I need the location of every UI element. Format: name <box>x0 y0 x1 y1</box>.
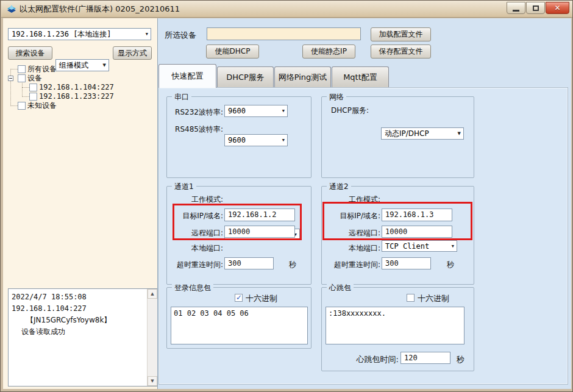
display-mode-label: 显示方式 <box>118 48 147 59</box>
enable-dhcp-button[interactable]: 使能DHCP <box>206 45 259 59</box>
tree-checkbox-all-devices[interactable] <box>18 65 26 73</box>
heartbeat-time-input[interactable]: 120 <box>400 352 450 364</box>
tree-item-unknown-devices[interactable]: 未知设备 <box>27 101 57 110</box>
minimize-icon <box>513 10 519 12</box>
ch1-timeout-input[interactable]: 300 <box>224 257 274 269</box>
tree-connector <box>10 69 11 106</box>
log-text: 2022/4/7 18:55:08 192.168.1.104:227 【JN1… <box>12 291 145 338</box>
serial-group-title: 串口 <box>172 92 191 102</box>
chevron-down-icon: ▼ <box>282 135 285 146</box>
rs232-baud-select[interactable]: 9600 ▼ <box>224 105 288 117</box>
tree-checkbox-device-1[interactable] <box>29 84 37 91</box>
log-line: 【JN15GRCyfsYoyw8k】 <box>12 315 145 326</box>
ch2-timeout-input[interactable]: 300 <box>382 257 431 269</box>
selected-device-input[interactable] <box>207 27 361 40</box>
login-packet-textarea[interactable]: 01 02 03 04 05 06 <box>171 307 308 344</box>
minimize-button[interactable] <box>507 2 525 14</box>
rs485-baud-label: RS485波特率: <box>171 124 223 135</box>
ch1-local-port-label: 本地端口: <box>168 243 223 254</box>
right-panel: 所选设备 加载配置文件 使能DHCP 使能静态IP 保存配置文件 快速配置 DH… <box>157 18 571 389</box>
window-title: 以太网配置软件(广播版本) 0205_20210611 <box>20 1 180 18</box>
ch1-timeout-unit: 秒 <box>289 260 296 270</box>
dhcp-service-label: DHCP服务: <box>331 105 369 116</box>
channel1-group-title: 通道1 <box>172 182 196 192</box>
network-group-title: 网络 <box>327 92 346 102</box>
quick-config-panel: 串口 RS232波特率: 9600 ▼ RS485波特率: 9600 ▼ 网络 … <box>158 87 568 385</box>
tab-label: 网络Ping测试 <box>279 72 327 83</box>
close-icon: ✕ <box>554 2 560 13</box>
heartbeat-textarea[interactable]: :138xxxxxxxx. <box>326 307 464 344</box>
log-line: 设备读取成功 <box>12 326 145 338</box>
ch2-work-mode-value: TCP Client <box>385 242 429 251</box>
heartbeat-time-label: 心跳包时间: <box>341 354 399 365</box>
heartbeat-time-unit: 秒 <box>457 354 464 365</box>
display-mode-button[interactable]: 显示方式 <box>113 46 152 60</box>
tab-label: 快速配置 <box>172 71 204 82</box>
rs232-baud-value: 9600 <box>228 107 246 115</box>
load-config-label: 加载配置文件 <box>379 29 423 40</box>
tree-item-all-devices[interactable]: 所有设备 <box>27 65 57 74</box>
maximize-icon <box>533 5 539 11</box>
tab-dhcp-service[interactable]: DHCP服务 <box>217 66 274 88</box>
titlebar: 以太网配置软件(广播版本) 0205_20210611 ✕ <box>1 1 573 18</box>
tree-connector <box>10 105 18 106</box>
ch2-local-port-label: 本地端口: <box>326 243 380 254</box>
tab-label: DHCP服务 <box>226 72 265 83</box>
save-config-label: 保存配置文件 <box>379 46 423 57</box>
login-hex-label: 十六进制 <box>246 293 277 304</box>
log-scrollbar[interactable]: ▲ ▼ <box>147 289 157 386</box>
app-window: 以太网配置软件(广播版本) 0205_20210611 ✕ 192.168.1.… <box>0 0 573 392</box>
rs232-baud-label: RS232波特率: <box>171 107 223 118</box>
tree-connector <box>22 96 29 97</box>
enable-static-ip-button[interactable]: 使能静态IP <box>302 45 355 59</box>
tree-item-device-1[interactable]: 192.168.1.104:227 <box>39 83 114 92</box>
scroll-down-icon[interactable]: ▼ <box>148 376 157 386</box>
tree-checkbox-devices[interactable] <box>18 74 26 82</box>
log-box: 2022/4/7 18:55:08 192.168.1.104:227 【JN1… <box>8 288 158 387</box>
chevron-down-icon: ▼ <box>458 128 461 139</box>
search-device-label: 搜索设备 <box>16 48 45 59</box>
tree-checkbox-unknown-devices[interactable] <box>18 102 26 110</box>
chevron-down-icon: ▼ <box>452 241 454 251</box>
ch2-work-mode-select[interactable]: TCP Client ▼ <box>382 240 457 252</box>
channel2-group-title: 通道2 <box>327 182 351 192</box>
tree-item-devices[interactable]: 设备 <box>27 74 42 83</box>
network-adapter-select[interactable]: 192.168.1.236 [本地连接] ▼ <box>8 28 151 40</box>
maximize-button[interactable] <box>526 2 545 14</box>
tab-label: Mqtt配置 <box>343 72 377 83</box>
tree-checkbox-device-2[interactable] <box>29 93 37 101</box>
device-tree: 所有设备 设备 192.168.1.104:227 192.168.1.233:… <box>3 65 155 132</box>
rs485-baud-select[interactable]: 9600 ▼ <box>224 134 288 146</box>
login-hex-checkbox[interactable] <box>235 294 243 302</box>
scroll-up-icon[interactable]: ▲ <box>148 289 157 299</box>
app-logo-icon <box>7 4 16 14</box>
ch2-timeout-label: 超时重连时间: <box>319 260 380 270</box>
ch1-highlight-box <box>173 204 302 240</box>
save-config-button[interactable]: 保存配置文件 <box>371 45 431 59</box>
tree-connector <box>10 69 18 69</box>
log-line: 2022/4/7 18:55:08 <box>12 291 145 303</box>
tree-collapse-icon[interactable] <box>8 76 13 81</box>
tab-network-ping-test[interactable]: 网络Ping测试 <box>274 66 331 88</box>
enable-static-ip-label: 使能静态IP <box>311 46 347 57</box>
enable-dhcp-label: 使能DHCP <box>215 46 251 57</box>
heartbeat-hex-checkbox[interactable] <box>407 294 415 302</box>
tree-item-device-2[interactable]: 192.168.1.233:227 <box>39 92 114 101</box>
dhcp-service-select[interactable]: 动态IP/DHCP ▼ <box>381 127 464 140</box>
heartbeat-group-title: 心跳包 <box>327 283 354 293</box>
ch2-timeout-unit: 秒 <box>447 260 454 270</box>
ch2-highlight-box <box>322 202 472 240</box>
load-config-button[interactable]: 加载配置文件 <box>371 27 431 41</box>
heartbeat-hex-label: 十六进制 <box>418 293 449 304</box>
ch1-timeout-label: 超时重连时间: <box>162 260 223 270</box>
chevron-down-icon: ▼ <box>282 105 285 116</box>
tab-quick-config[interactable]: 快速配置 <box>158 64 216 88</box>
chevron-down-icon: ▼ <box>146 29 148 40</box>
search-device-button[interactable]: 搜索设备 <box>8 46 52 60</box>
network-adapter-value: 192.168.1.236 [本地连接] <box>12 30 112 38</box>
close-button[interactable]: ✕ <box>546 2 569 14</box>
tree-connector <box>22 87 29 88</box>
login-packet-group-title: 登录信息包 <box>172 283 213 293</box>
log-line: 192.168.1.104:227 <box>12 303 145 315</box>
tab-mqtt-config[interactable]: Mqtt配置 <box>332 66 389 88</box>
